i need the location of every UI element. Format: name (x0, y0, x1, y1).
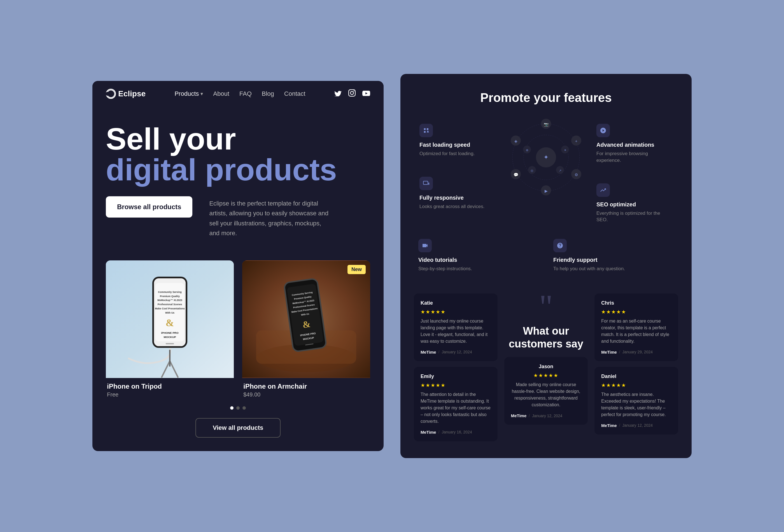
fast-loading-icon (419, 124, 433, 137)
feature-1-title: Fast loading speed (419, 142, 496, 148)
katie-text: Just launched my online course landing p… (421, 318, 491, 345)
jason-date: January 12, 2024 (532, 414, 562, 418)
svg-point-1 (108, 92, 111, 95)
katie-stars: ★★★★★ (421, 309, 491, 315)
feature-5-title: Video tutorials (418, 257, 539, 263)
svg-text:&: & (166, 317, 174, 329)
brand-name: Eclipse (118, 89, 146, 98)
katie-platform: MeTime (421, 350, 436, 355)
nav-link-products[interactable]: Products ▾ (174, 90, 203, 97)
product-info-1: iPhone on Tripod Free (106, 378, 234, 398)
emily-name: Emily (421, 373, 491, 380)
svg-text:⊕: ⊕ (526, 148, 528, 152)
product-card-1[interactable]: Community Serving Premium Quality MeMock… (106, 260, 234, 398)
testimonial-daniel: Daniel ★★★★★ The aesthetics are insane. … (594, 367, 678, 435)
svg-text:◈: ◈ (514, 139, 517, 143)
nav-links: Products ▾ About FAQ Blog Contact (174, 90, 305, 97)
feature-4-title: SEO optimized (596, 201, 673, 208)
youtube-icon[interactable] (362, 90, 370, 98)
view-all-products-button[interactable]: View all products (195, 418, 281, 438)
katie-meta: MeTime / January 12, 2024 (421, 350, 491, 355)
daniel-platform: MeTime (601, 423, 617, 428)
testimonial-jason: Jason ★★★★★ Made selling my online cours… (504, 357, 588, 425)
svg-text:With Us: With Us (165, 311, 174, 314)
video-icon (418, 239, 432, 252)
svg-text:MOCKUP: MOCKUP (164, 335, 176, 338)
features-bottom: Video tutorials Step-by-step instruction… (414, 234, 678, 277)
product-info-2: iPhone on Armchair $49.00 (242, 378, 370, 398)
testimonial-katie: Katie ★★★★★ Just launched my online cour… (414, 293, 498, 361)
quote-decoration: " (539, 293, 553, 320)
jason-stars: ★★★★★ (511, 372, 581, 379)
chris-text: For me as an self-care course creator, t… (601, 318, 671, 345)
katie-date: January 12, 2024 (442, 350, 472, 354)
feature-seo: SEO optimized Everything is optimized fo… (591, 178, 678, 229)
browse-all-products-button[interactable]: Browse all products (106, 196, 192, 218)
feature-5-desc: Step-by-step instructions. (418, 265, 539, 272)
svg-text:iPHONE PRO: iPHONE PRO (161, 331, 179, 334)
emily-stars: ★★★★★ (421, 382, 491, 388)
product-name-2: iPhone on Armchair (243, 383, 369, 390)
social-icons (334, 89, 370, 99)
chris-stars: ★★★★★ (601, 309, 671, 315)
hero-title: Sell your digital products (106, 123, 370, 185)
katie-name: Katie (421, 300, 491, 306)
feature-6-desc: To help you out with any question. (553, 265, 674, 272)
testimonials-layout: Katie ★★★★★ Just launched my online cour… (414, 293, 678, 441)
testimonial-chris: Chris ★★★★★ For me as an self-care cours… (594, 293, 678, 361)
svg-text:📷: 📷 (544, 122, 549, 127)
svg-text:Make Cool Presentations: Make Cool Presentations (155, 307, 185, 310)
orbit-visual: ✦ 📷 + ⚙ ▶ 💬 ◈ ✶ (507, 118, 585, 197)
dot-1[interactable] (230, 406, 233, 410)
jason-name: Jason (511, 364, 581, 370)
logo[interactable]: Eclipse (106, 89, 146, 99)
feature-4-desc: Everything is optimized for the SEO. (596, 210, 673, 223)
feature-advanced-animations: Advanced animations For impressive brows… (591, 118, 678, 169)
jason-text: Made selling my online course hassle-fre… (511, 381, 581, 408)
nav-link-about[interactable]: About (213, 90, 229, 97)
dot-2[interactable] (236, 406, 240, 410)
testimonials-right-col: Chris ★★★★★ For me as an self-care cours… (594, 293, 678, 435)
chris-meta: MeTime / January 29, 2024 (601, 350, 671, 355)
svg-text:▶: ▶ (544, 189, 548, 193)
svg-text:◎: ◎ (531, 169, 533, 172)
daniel-meta: MeTime / January 12, 2024 (601, 423, 671, 428)
svg-text:Professional Scenes: Professional Scenes (158, 303, 182, 306)
feature-video-tutorials: Video tutorials Step-by-step instruction… (414, 234, 543, 277)
navbar: Eclipse Products ▾ About FAQ Blog Contac… (92, 81, 384, 107)
nav-link-blog[interactable]: Blog (262, 90, 274, 97)
nav-link-faq[interactable]: FAQ (240, 90, 252, 97)
instagram-icon[interactable] (348, 89, 356, 99)
feature-friendly-support: Friendly support To help you out with an… (549, 234, 678, 277)
product-image-1: Community Serving Premium Quality MeMock… (106, 260, 234, 378)
svg-text:Community Serving: Community Serving (158, 290, 181, 293)
jason-platform: MeTime (511, 413, 527, 418)
feature-6-title: Friendly support (553, 257, 674, 263)
carousel-dots (230, 406, 246, 410)
chris-name: Chris (601, 300, 671, 306)
emily-date: January 16, 2024 (442, 430, 472, 434)
feature-2-title: Advanced animations (596, 142, 673, 148)
chevron-down-icon: ▾ (200, 91, 203, 97)
product-card-2[interactable]: Community Serving Premium Quality MeMock… (242, 260, 370, 398)
support-icon (553, 239, 567, 252)
emily-platform: MeTime (421, 430, 436, 435)
chris-date: January 29, 2024 (622, 350, 653, 354)
hero-content: Browse all products Eclipse is the perfe… (106, 196, 370, 238)
daniel-text: The aesthetics are insane. Exceeded my e… (601, 391, 671, 418)
daniel-date: January 12, 2024 (622, 423, 653, 427)
bottom-controls: View all products (92, 398, 384, 451)
nav-link-contact[interactable]: Contact (284, 90, 306, 97)
product-price-2: $49.00 (243, 391, 369, 398)
features-title: Promote your features (414, 91, 678, 105)
seo-icon (596, 184, 610, 197)
dot-3[interactable] (243, 406, 246, 410)
logo-icon (106, 89, 116, 99)
svg-text:⚙: ⚙ (575, 172, 578, 177)
svg-text:&: & (302, 319, 311, 330)
features-left: Fast loading speed Optimized for fast lo… (414, 118, 501, 216)
feature-3-title: Fully responsive (419, 195, 496, 201)
svg-text:+: + (575, 139, 577, 143)
twitter-icon[interactable] (334, 90, 342, 98)
feature-fast-loading: Fast loading speed Optimized for fast lo… (414, 118, 501, 163)
